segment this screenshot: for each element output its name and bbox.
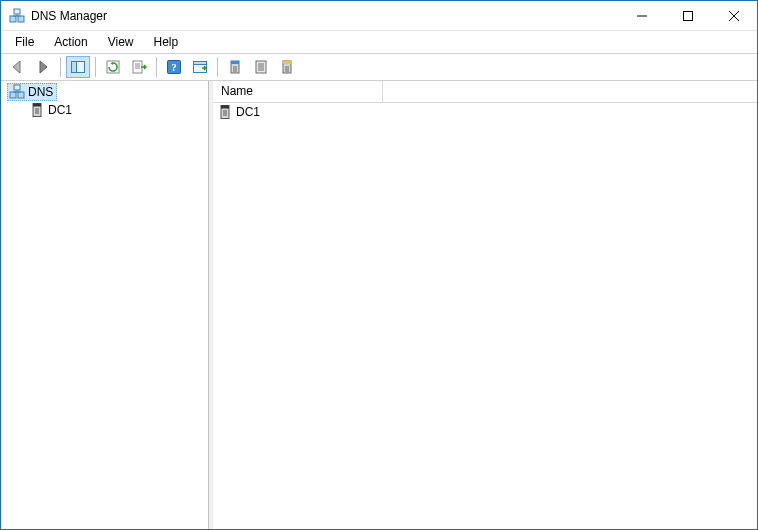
svg-rect-1	[18, 16, 24, 22]
svg-rect-36	[18, 92, 24, 98]
app-window: DNS Manager File Action View Help	[0, 0, 758, 530]
svg-rect-41	[33, 104, 41, 107]
refresh-button[interactable]	[101, 56, 125, 78]
maximize-button[interactable]	[665, 1, 711, 30]
window-controls	[619, 1, 757, 30]
server-icon	[217, 104, 233, 120]
svg-rect-10	[72, 62, 77, 73]
dns-root-icon	[9, 84, 25, 100]
server-tool-1-button[interactable]	[223, 56, 247, 78]
server-tool-3-button[interactable]	[275, 56, 299, 78]
list-row[interactable]: DC1	[213, 103, 757, 121]
svg-rect-37	[14, 85, 20, 90]
toolbar-separator	[95, 57, 96, 77]
svg-rect-0	[10, 16, 16, 22]
menu-view[interactable]: View	[98, 33, 144, 51]
toolbar-separator	[60, 57, 61, 77]
app-icon	[9, 8, 25, 24]
svg-rect-35	[10, 92, 16, 98]
back-button[interactable]	[5, 56, 29, 78]
new-window-button[interactable]	[188, 56, 212, 78]
help-button[interactable]: ?	[162, 56, 186, 78]
tree-root-label: DNS	[28, 85, 53, 99]
svg-rect-12	[133, 61, 142, 73]
svg-rect-6	[684, 11, 693, 20]
forward-button[interactable]	[31, 56, 55, 78]
titlebar: DNS Manager	[1, 1, 757, 31]
svg-rect-31	[283, 61, 291, 64]
server-tool-2-button[interactable]	[249, 56, 273, 78]
tree-node-dns[interactable]: DNS	[1, 83, 208, 101]
export-list-button[interactable]	[127, 56, 151, 78]
column-header-name[interactable]: Name	[213, 81, 383, 102]
toolbar-separator	[156, 57, 157, 77]
svg-rect-19	[194, 62, 207, 65]
list-row-label: DC1	[236, 105, 260, 119]
svg-rect-2	[14, 9, 20, 14]
content-area: DNS DC1	[1, 81, 757, 529]
list-header: Name	[213, 81, 757, 103]
menu-file[interactable]: File	[5, 33, 44, 51]
window-title: DNS Manager	[31, 9, 619, 23]
tree-child-label: DC1	[48, 103, 72, 117]
toolbar-separator	[217, 57, 218, 77]
tree-node-server[interactable]: DC1	[1, 101, 208, 119]
list-pane: Name DC1	[213, 81, 757, 529]
list-body[interactable]: DC1	[213, 103, 757, 529]
svg-rect-21	[231, 61, 239, 64]
svg-text:?: ?	[171, 61, 177, 73]
menu-action[interactable]: Action	[44, 33, 97, 51]
menubar: File Action View Help	[1, 31, 757, 53]
show-hide-tree-button[interactable]	[66, 56, 90, 78]
toolbar: ?	[1, 53, 757, 81]
minimize-button[interactable]	[619, 1, 665, 30]
close-button[interactable]	[711, 1, 757, 30]
menu-help[interactable]: Help	[144, 33, 189, 51]
server-icon	[29, 102, 45, 118]
svg-rect-25	[256, 61, 266, 73]
tree-pane[interactable]: DNS DC1	[1, 81, 209, 529]
svg-rect-46	[221, 106, 229, 109]
